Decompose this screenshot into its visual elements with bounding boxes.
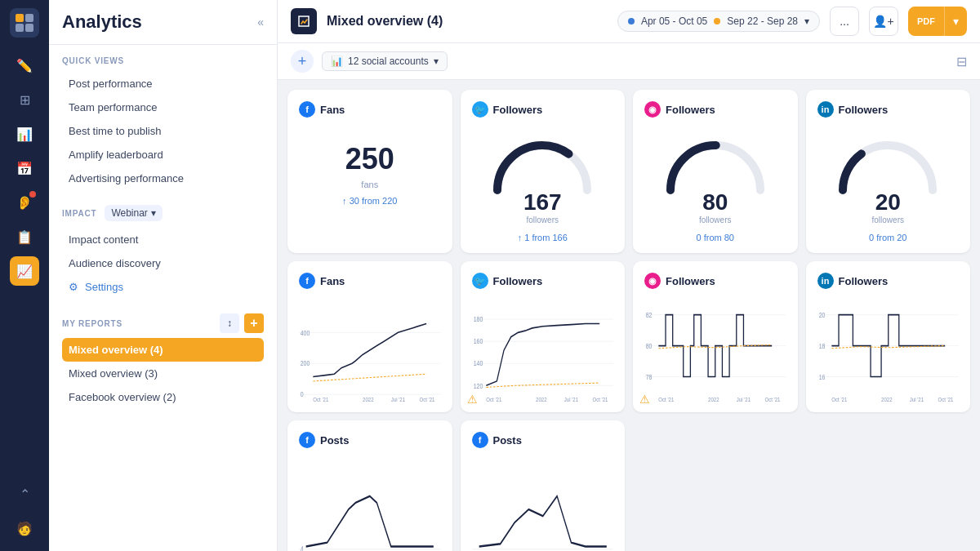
- nav-icon-collapse[interactable]: ⌃: [10, 479, 39, 509]
- fans-chart-card: f Fans 400 200 0 Oct '21 2022 Jul '21 Oc…: [287, 261, 452, 412]
- impact-items: Impact content Audience discovery ⚙ Sett…: [49, 224, 277, 302]
- impact-section: IMPACT Webinar ▾: [49, 193, 277, 224]
- linkedin-followers-value: 20: [875, 189, 901, 216]
- add-report-btn[interactable]: +: [244, 313, 264, 333]
- nav-icon-reports[interactable]: 📋: [10, 222, 39, 251]
- add-widget-btn[interactable]: +: [291, 50, 314, 73]
- linkedin-followers-header: in Followers: [817, 101, 960, 118]
- quick-views-section: QUICK VIEWS Post performance Team perfor…: [49, 45, 277, 193]
- svg-text:120: 120: [473, 382, 483, 390]
- twitter-chart-area: 180 160 140 120 Oct '21 2022 Jul '21 Oct…: [472, 297, 614, 403]
- sidebar-item-team-performance[interactable]: Team performance: [62, 96, 264, 119]
- date-dot-compare: [714, 18, 720, 24]
- pdf-btn[interactable]: PDF: [908, 7, 944, 36]
- pdf-dropdown-btn[interactable]: ▾: [944, 7, 967, 36]
- linkedin-chart-svg: 20 18 16 Oct '21 2022 Jul '21 Oct '21: [817, 297, 960, 403]
- twitter-followers-label: followers: [527, 216, 559, 224]
- sidebar-item-audience-discovery[interactable]: Audience discovery: [62, 251, 264, 275]
- fans-chart-title: Fans: [320, 275, 345, 287]
- fans-chart-area: 400 200 0 Oct '21 2022 Jul '21 Oct '21: [299, 297, 441, 403]
- svg-text:2022: 2022: [363, 396, 374, 402]
- date-range-compare: Sep 22 - Sep 28: [727, 16, 798, 27]
- sidebar-collapse-btn[interactable]: «: [257, 16, 264, 29]
- twitter-gauge-svg: [485, 129, 599, 194]
- sidebar-item-post-performance[interactable]: Post performance: [62, 72, 264, 96]
- report-mixed-3[interactable]: Mixed overview (3): [62, 362, 264, 385]
- linkedin-icon: in: [817, 101, 834, 118]
- pdf-btn-group: PDF ▾: [908, 7, 967, 36]
- nav-icon-avatar[interactable]: 🧑: [10, 513, 39, 543]
- report-facebook-2[interactable]: Facebook overview (2): [62, 385, 264, 409]
- chevron-down-icon: ▾: [804, 16, 809, 27]
- svg-text:Oct '21: Oct '21: [592, 396, 608, 402]
- nav-icon-compose[interactable]: ✏️: [10, 51, 39, 80]
- date-dot-primary: [628, 18, 635, 24]
- twitter-followers-value: 167: [523, 189, 562, 216]
- chevron-down-icon: ▾: [151, 207, 156, 219]
- svg-text:Oct '21: Oct '21: [831, 396, 847, 402]
- share-btn[interactable]: 👤+: [869, 7, 898, 36]
- linkedin-chart-card: in Followers 20 18 16 Oct '21 2022 Jul '…: [806, 261, 971, 412]
- sidebar-item-amplify[interactable]: Amplify leaderboard: [62, 143, 264, 167]
- svg-text:80: 80: [646, 342, 653, 350]
- app-logo[interactable]: [10, 8, 39, 38]
- nav-bottom: ⌃ 🧑: [10, 479, 39, 543]
- sort-reports-btn[interactable]: ↕: [220, 313, 239, 333]
- facebook-posts-2-icon: f: [472, 432, 488, 448]
- linkedin-followers-change: 0 from 20: [817, 233, 960, 242]
- gear-icon: ⚙: [69, 281, 78, 293]
- linkedin-gauge: 20 followers: [817, 126, 960, 228]
- sidebar-item-impact-content[interactable]: Impact content: [62, 228, 264, 251]
- instagram-chart-area: 82 80 78 Oct '21 2022 Jul '21 Oct '21: [644, 297, 786, 403]
- date-range-selector[interactable]: Apr 05 - Oct 05 Sep 22 - Sep 28 ▾: [617, 11, 820, 32]
- instagram-followers-title: Followers: [666, 104, 715, 116]
- svg-text:2022: 2022: [881, 396, 893, 402]
- warning-icon: ⚠: [467, 393, 478, 406]
- nav-icon-analytics[interactable]: 📊: [10, 119, 39, 149]
- svg-text:Oct '21: Oct '21: [313, 396, 328, 402]
- sidebar-item-best-time[interactable]: Best time to publish: [62, 119, 264, 143]
- fans-card-title: Fans: [320, 104, 345, 116]
- instagram-chart-header: ◉ Followers: [644, 273, 786, 289]
- more-options-btn[interactable]: ...: [830, 7, 859, 36]
- report-title: Mixed overview (4): [327, 14, 443, 29]
- nav-icon-listening[interactable]: 👂: [10, 188, 39, 217]
- twitter-gauge: 167 followers: [472, 126, 614, 228]
- chart-icon: 📊: [331, 56, 343, 67]
- main-content: Mixed overview (4) Apr 05 - Oct 05 Sep 2…: [278, 0, 980, 551]
- filter-bar: + 📊 12 social accounts ▾ ⊟: [278, 43, 980, 80]
- filter-icon[interactable]: ⊟: [956, 54, 967, 69]
- fb-posts-1-svg: 4 Oct '21 Nov '21 Dec '21 2022 Feb '22 M…: [299, 456, 441, 551]
- linkedin-followers-stat-card: in Followers 20 followers 0 from 20: [806, 90, 971, 253]
- sidebar-item-settings[interactable]: ⚙ Settings: [62, 275, 264, 299]
- svg-rect-0: [16, 14, 24, 22]
- twitter-chart-card: 🐦 Followers 180 160 140 120 Oct '21 2022…: [461, 261, 626, 412]
- linkedin-chart-title: Followers: [839, 275, 889, 287]
- impact-dropdown[interactable]: Webinar ▾: [105, 205, 162, 221]
- twitter-chart-icon: 🐦: [472, 273, 488, 289]
- linkedin-chart-icon: in: [817, 273, 834, 289]
- svg-text:160: 160: [473, 338, 483, 346]
- svg-text:0: 0: [301, 391, 304, 399]
- instagram-gauge: 80 followers: [644, 126, 786, 228]
- svg-text:140: 140: [473, 360, 483, 368]
- fans-sub-label: fans: [299, 180, 441, 189]
- sidebar-title: Analytics: [62, 11, 142, 33]
- svg-text:400: 400: [301, 329, 310, 337]
- linkedin-gauge-svg: [831, 129, 945, 194]
- svg-text:78: 78: [646, 373, 653, 381]
- topbar: Mixed overview (4) Apr 05 - Oct 05 Sep 2…: [278, 0, 980, 43]
- linkedin-chart-header: in Followers: [817, 273, 960, 289]
- nav-icon-dashboard[interactable]: ⊞: [10, 85, 39, 114]
- sidebar-item-advertising[interactable]: Advertising performance: [62, 167, 264, 190]
- fans-chart-svg: 400 200 0 Oct '21 2022 Jul '21 Oct '21: [299, 297, 441, 403]
- accounts-filter[interactable]: 📊 12 social accounts ▾: [322, 51, 448, 71]
- fans-stat-card: f Fans 250 fans ↑ 30 from 220: [287, 90, 452, 253]
- fb-posts-2-svg: Oct '21 Nov '21 Dec '21 2022: [472, 456, 614, 551]
- nav-icon-active[interactable]: 📈: [10, 256, 39, 286]
- svg-text:Jul '21: Jul '21: [391, 396, 406, 402]
- instagram-followers-header: ◉ Followers: [644, 101, 786, 118]
- report-mixed-4[interactable]: Mixed overview (4): [62, 338, 264, 362]
- nav-icon-calendar[interactable]: 📅: [10, 153, 39, 183]
- fb-posts-1-header: f Posts: [299, 432, 441, 448]
